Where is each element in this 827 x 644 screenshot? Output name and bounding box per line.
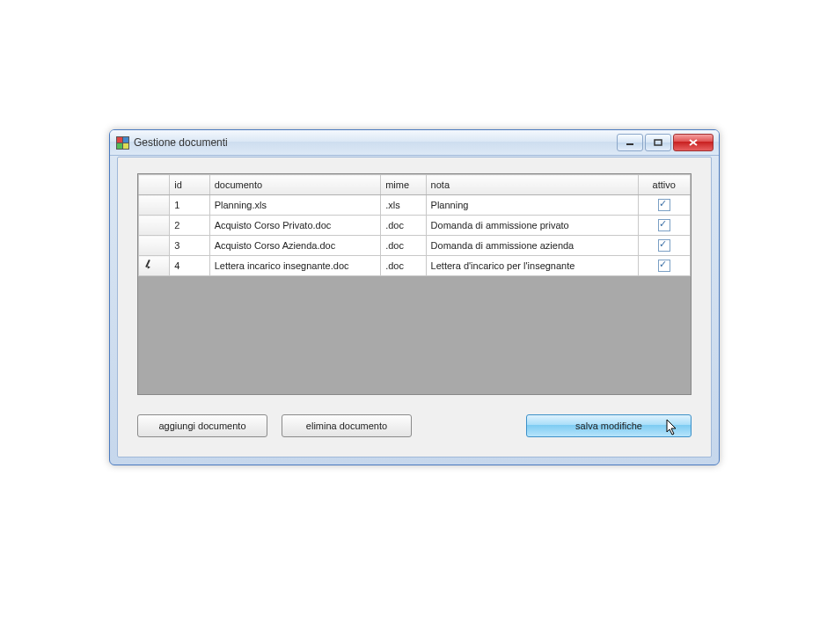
- cell-id[interactable]: 3: [170, 236, 209, 256]
- grid-header-row: id documento mime nota attivo: [139, 175, 691, 195]
- attivo-checkbox[interactable]: [658, 239, 670, 252]
- attivo-checkbox[interactable]: [658, 199, 670, 211]
- cell-documento[interactable]: Lettera incarico insegnante.doc: [209, 256, 381, 276]
- save-changes-button[interactable]: salva modifiche: [526, 414, 692, 437]
- cell-documento[interactable]: Planning.xls: [209, 195, 381, 216]
- window-frame: Gestione documenti id: [109, 129, 720, 465]
- grid-header-attivo[interactable]: attivo: [638, 175, 691, 195]
- table-row[interactable]: 2Acquisto Corso Privato.doc.docDomanda d…: [139, 216, 691, 236]
- minimize-icon: [626, 139, 634, 146]
- cell-nota[interactable]: Planning: [426, 195, 638, 216]
- grid-header-id[interactable]: id: [170, 175, 209, 195]
- svg-rect-1: [655, 140, 662, 145]
- grid-header-indicator[interactable]: [139, 175, 170, 195]
- attivo-checkbox[interactable]: [658, 219, 670, 231]
- attivo-checkbox[interactable]: [658, 260, 670, 272]
- cell-id[interactable]: 2: [170, 216, 209, 236]
- table-row[interactable]: 1Planning.xls.xlsPlanning: [139, 195, 691, 216]
- cell-mime[interactable]: .doc: [381, 236, 426, 256]
- cell-nota[interactable]: Lettera d'incarico per l'insegnante: [426, 256, 638, 276]
- cell-id[interactable]: 4: [170, 256, 209, 276]
- close-icon: [689, 139, 698, 146]
- cell-nota[interactable]: Domanda di ammissione azienda: [426, 236, 638, 256]
- row-indicator: [139, 256, 170, 276]
- button-bar: aggiungi documento elimina documento sal…: [137, 414, 692, 437]
- maximize-icon: [654, 139, 662, 146]
- grid-header-nota[interactable]: nota: [426, 175, 638, 195]
- grid-header-documento[interactable]: documento: [209, 175, 381, 195]
- documents-grid[interactable]: id documento mime nota attivo 1Planning.…: [137, 173, 692, 395]
- row-indicator: [139, 236, 170, 256]
- edit-indicator-icon: [143, 260, 154, 270]
- table-row[interactable]: 4Lettera incarico insegnante.doc.docLett…: [139, 256, 691, 276]
- window-title: Gestione documenti: [134, 136, 617, 149]
- titlebar[interactable]: Gestione documenti: [110, 130, 719, 156]
- client-area: id documento mime nota attivo 1Planning.…: [117, 157, 712, 457]
- cell-mime[interactable]: .xls: [381, 195, 426, 216]
- cell-nota[interactable]: Domanda di ammissione privato: [426, 216, 638, 236]
- table-row[interactable]: 3Acquisto Corso Azienda.doc.docDomanda d…: [139, 236, 691, 256]
- cell-attivo[interactable]: [638, 195, 691, 216]
- cell-attivo[interactable]: [638, 236, 691, 256]
- window-controls: [617, 134, 714, 151]
- cell-mime[interactable]: .doc: [381, 256, 426, 276]
- cell-attivo[interactable]: [638, 256, 691, 276]
- row-indicator: [139, 216, 170, 236]
- cell-mime[interactable]: .doc: [381, 216, 426, 236]
- delete-document-button[interactable]: elimina documento: [282, 414, 412, 437]
- grid-header-mime[interactable]: mime: [381, 175, 426, 195]
- row-indicator: [139, 195, 170, 216]
- cell-documento[interactable]: Acquisto Corso Privato.doc: [209, 216, 381, 236]
- cell-attivo[interactable]: [638, 216, 691, 236]
- cell-id[interactable]: 1: [170, 195, 209, 216]
- add-document-button[interactable]: aggiungi documento: [137, 414, 267, 437]
- cell-documento[interactable]: Acquisto Corso Azienda.doc: [209, 236, 381, 256]
- app-icon: [115, 135, 129, 150]
- minimize-button[interactable]: [617, 134, 643, 151]
- maximize-button[interactable]: [645, 134, 671, 151]
- close-button[interactable]: [673, 134, 714, 151]
